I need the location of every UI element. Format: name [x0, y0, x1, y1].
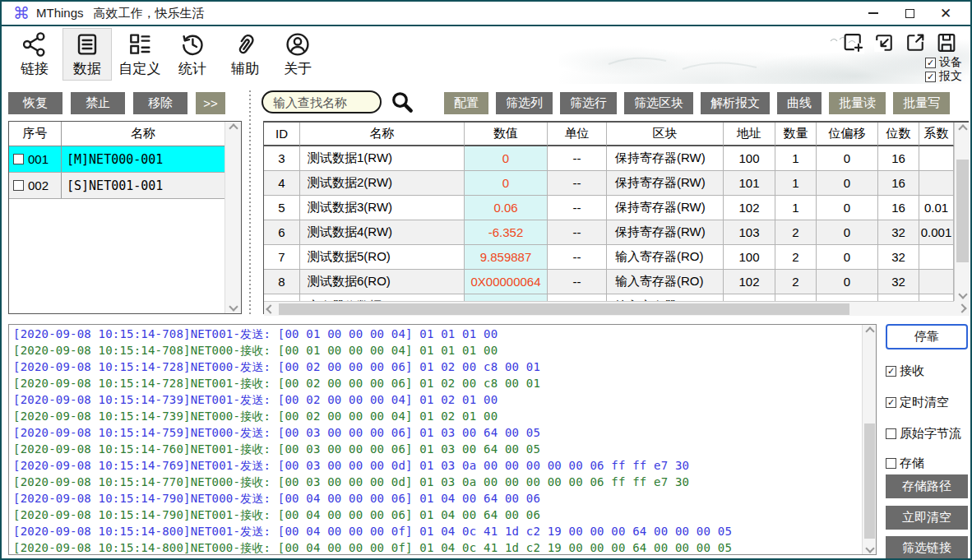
table-cell: 保持寄存器(RW)	[607, 196, 724, 220]
magnifier-icon[interactable]	[390, 90, 414, 114]
checkbox-报文[interactable]: ✓报文	[925, 70, 962, 83]
checkbox-定时清空[interactable]: ✓定时清空	[886, 396, 949, 409]
scroll-down-icon[interactable]	[956, 288, 970, 301]
import-button[interactable]	[868, 30, 900, 56]
checkbox-box[interactable]: ✓	[886, 366, 896, 377]
table-cell: 16	[878, 196, 919, 220]
恢复-button[interactable]: 恢复	[8, 92, 62, 114]
tool-item-数据[interactable]: 数据	[62, 28, 112, 81]
禁止-button[interactable]: 禁止	[71, 92, 125, 114]
search-input[interactable]	[262, 90, 382, 113]
筛选链接-button[interactable]: 筛选链接	[886, 536, 968, 560]
scroll-right-icon[interactable]	[954, 301, 970, 316]
device-checkbox[interactable]	[13, 180, 24, 191]
minimize-button[interactable]	[855, 2, 891, 25]
table-cell: 8	[264, 270, 300, 294]
table-cell: 测试数据4(RW)	[300, 220, 465, 245]
tool-item-关于[interactable]: 关于	[273, 28, 322, 81]
tool-item-辅助[interactable]: 辅助	[220, 28, 270, 81]
device-list-scrollbar[interactable]	[224, 122, 241, 313]
曲线-button[interactable]: 曲线	[777, 92, 822, 114]
log-line: [2020-09-08 10:15:14-800]NET000-接收: [00 …	[13, 539, 862, 554]
移除-button[interactable]: 移除	[133, 92, 187, 114]
vertical-splitter[interactable]	[248, 90, 251, 314]
device-checkbox[interactable]	[13, 154, 24, 164]
data-table: ID名称数值单位区块地址数量位偏移位数系数 3测试数据1(RW)0--保持寄存器…	[263, 121, 969, 314]
tool-item-自定义[interactable]: 自定义	[115, 28, 164, 81]
table-cell: 16	[878, 171, 919, 196]
scroll-up-icon[interactable]	[863, 325, 876, 337]
table-cell[interactable]: 0	[465, 146, 548, 171]
筛选区块-button[interactable]: 筛选区块	[624, 92, 693, 114]
checkbox-接收[interactable]: ✓接收	[886, 364, 924, 377]
table-cell[interactable]: 0	[465, 171, 548, 196]
table-cell	[919, 171, 954, 196]
scroll-left-icon[interactable]	[264, 303, 277, 316]
scroll-down-icon[interactable]	[863, 542, 876, 554]
message-log: [2020-09-08 10:15:14-708]NET001-发送: [00 …	[8, 324, 877, 555]
table-row[interactable]: 7测试数据5(RO)9.859887--输入寄存器(RO)1002032	[264, 245, 954, 270]
table-row[interactable]: 5测试数据3(RW)0.06--保持寄存器(RW)10210160.01	[264, 196, 954, 220]
save-button[interactable]	[931, 30, 962, 56]
table-row[interactable]: 8测试数据6(RO)0X00000064--输入寄存器(RO)1022032	[264, 270, 954, 294]
解析报文-button[interactable]: 解析报文	[701, 92, 770, 114]
checkbox-box[interactable]: ✓	[886, 397, 896, 408]
table-cell: 32	[878, 270, 919, 294]
table-header-地址: 地址	[724, 123, 775, 146]
table-cell	[919, 270, 954, 294]
table-row[interactable]: 3测试数据1(RW)0--保持寄存器(RW)1001016	[264, 146, 954, 171]
checkbox-box[interactable]	[886, 458, 896, 469]
log-line: [2020-09-08 10:15:14-728]NET001-接收: [00 …	[13, 375, 862, 391]
scroll-down-icon[interactable]	[225, 300, 241, 313]
device-list-header-name: 名称	[62, 122, 224, 146]
table-cell[interactable]: 0.06	[465, 196, 548, 220]
close-button[interactable]: ✕	[928, 2, 964, 25]
table-horizontal-scrollbar[interactable]	[264, 301, 954, 316]
device-row[interactable]: 001[M]NET000-001	[9, 146, 224, 173]
checkbox-原始字节流[interactable]: 原始字节流	[886, 427, 961, 440]
table-cell[interactable]: -6.352	[465, 220, 548, 245]
checkbox-box[interactable]	[886, 428, 896, 439]
批量读-button[interactable]: 批量读	[829, 92, 886, 114]
筛选列-button[interactable]: 筛选列	[496, 92, 553, 114]
tool-item-链接[interactable]: 链接	[10, 28, 59, 81]
table-cell[interactable]: 1	[465, 294, 548, 301]
dock-button[interactable]: 停靠	[886, 324, 968, 349]
table-cell[interactable]: 9.859887	[465, 245, 548, 270]
new-window-button[interactable]	[837, 30, 868, 56]
scroll-up-icon[interactable]	[225, 122, 241, 135]
device-name: [S]NET001-001	[62, 173, 224, 198]
device-row[interactable]: 002[S]NET001-001	[9, 173, 224, 199]
tool-item-统计[interactable]: 统计	[168, 28, 217, 81]
checkbox-box[interactable]: ✓	[925, 72, 936, 82]
log-vertical-scrollbar[interactable]	[862, 325, 876, 554]
table-cell: 0	[817, 196, 878, 220]
table-cell: 0	[817, 146, 878, 171]
table-header-ID: ID	[264, 123, 300, 146]
table-row[interactable]: 4测试数据2(RW)0--保持寄存器(RW)1011016	[264, 171, 954, 196]
checkbox-设备[interactable]: ✓设备	[925, 56, 962, 69]
table-vertical-scrollbar[interactable]	[954, 123, 970, 301]
maximize-button[interactable]	[891, 2, 928, 25]
配置-button[interactable]: 配置	[444, 92, 488, 114]
checkbox-box[interactable]: ✓	[925, 58, 936, 68]
存储路径-button[interactable]: 存储路径	[886, 474, 968, 498]
scrollbar-thumb[interactable]	[956, 160, 969, 262]
expand-button[interactable]: >>	[196, 92, 225, 114]
table-cell: 103	[724, 220, 775, 245]
table-cell: 32	[878, 220, 919, 245]
export-button[interactable]	[900, 30, 931, 56]
device-list-header-num: 序号	[9, 122, 62, 146]
批量写-button[interactable]: 批量写	[893, 92, 950, 114]
table-cell: 4	[264, 171, 300, 196]
立即清空-button[interactable]: 立即清空	[886, 506, 968, 530]
link-icon	[21, 31, 48, 58]
table-cell[interactable]: 0X00000064	[465, 270, 548, 294]
checkbox-存储[interactable]: 存储	[886, 456, 924, 470]
scrollbar-thumb[interactable]	[279, 303, 849, 315]
筛选行-button[interactable]: 筛选行	[560, 92, 617, 114]
scroll-up-icon[interactable]	[956, 123, 970, 136]
scrollbar-thumb[interactable]	[864, 423, 875, 539]
table-row[interactable]: 9寄存器位数据11--输入寄存器(RO)1042016	[264, 294, 954, 301]
table-row[interactable]: 6测试数据4(RW)-6.352--保持寄存器(RW)10320320.001	[264, 220, 954, 245]
